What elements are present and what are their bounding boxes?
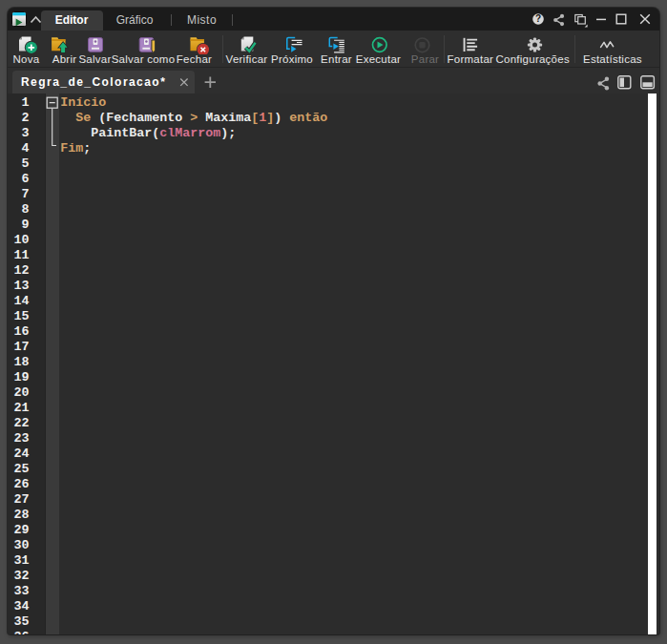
svg-text:?: ? bbox=[535, 13, 541, 24]
